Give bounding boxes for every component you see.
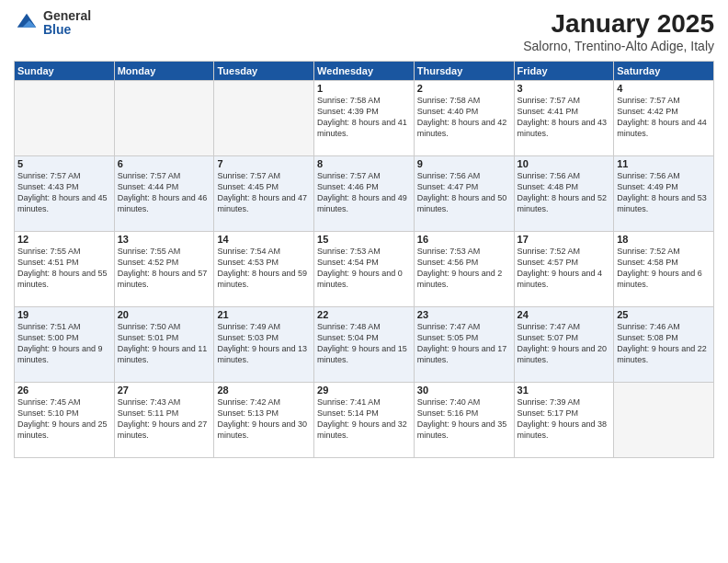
calendar-week-1: 1Sunrise: 7:58 AM Sunset: 4:39 PM Daylig… [15, 81, 714, 156]
day-number: 8 [317, 158, 411, 169]
day-number: 11 [617, 158, 711, 169]
cell-text: Sunrise: 7:46 AM Sunset: 5:08 PM Dayligh… [617, 321, 711, 366]
cell-text: Sunrise: 7:57 AM Sunset: 4:43 PM Dayligh… [17, 170, 111, 215]
cell-text: Sunrise: 7:42 AM Sunset: 5:13 PM Dayligh… [217, 396, 311, 442]
cell-text: Sunrise: 7:58 AM Sunset: 4:40 PM Dayligh… [417, 95, 511, 140]
calendar-week-2: 5Sunrise: 7:57 AM Sunset: 4:43 PM Daylig… [15, 156, 714, 232]
cell-text: Sunrise: 7:58 AM Sunset: 4:39 PM Dayligh… [317, 95, 411, 140]
header-saturday: Saturday [614, 62, 714, 81]
cell-text: Sunrise: 7:54 AM Sunset: 4:53 PM Dayligh… [217, 246, 311, 291]
calendar-week-3: 12Sunrise: 7:55 AM Sunset: 4:51 PM Dayli… [15, 232, 714, 307]
day-number: 15 [317, 234, 411, 245]
calendar-cell: 19Sunrise: 7:51 AM Sunset: 5:00 PM Dayli… [15, 307, 115, 383]
day-number: 31 [518, 385, 611, 396]
calendar-cell: 20Sunrise: 7:50 AM Sunset: 5:01 PM Dayli… [114, 307, 214, 383]
day-number: 23 [417, 309, 511, 320]
cell-text: Sunrise: 7:49 AM Sunset: 5:03 PM Dayligh… [217, 321, 311, 366]
calendar-cell [214, 81, 314, 156]
calendar-cell: 29Sunrise: 7:41 AM Sunset: 5:14 PM Dayli… [314, 383, 415, 458]
cell-text: Sunrise: 7:57 AM Sunset: 4:45 PM Dayligh… [217, 170, 311, 215]
calendar-cell: 18Sunrise: 7:52 AM Sunset: 4:58 PM Dayli… [614, 232, 714, 307]
calendar-cell: 21Sunrise: 7:49 AM Sunset: 5:03 PM Dayli… [214, 307, 314, 383]
cell-text: Sunrise: 7:52 AM Sunset: 4:57 PM Dayligh… [518, 246, 611, 291]
cell-text: Sunrise: 7:56 AM Sunset: 4:49 PM Dayligh… [617, 170, 711, 215]
calendar-cell: 9Sunrise: 7:56 AM Sunset: 4:47 PM Daylig… [414, 156, 514, 232]
day-number: 3 [518, 83, 611, 94]
calendar-cell: 2Sunrise: 7:58 AM Sunset: 4:40 PM Daylig… [414, 81, 514, 156]
logo-icon [14, 10, 40, 36]
cell-text: Sunrise: 7:57 AM Sunset: 4:46 PM Dayligh… [317, 170, 411, 215]
cell-text: Sunrise: 7:45 AM Sunset: 5:10 PM Dayligh… [17, 396, 111, 442]
day-number: 21 [217, 309, 311, 320]
cell-text: Sunrise: 7:51 AM Sunset: 5:00 PM Dayligh… [17, 321, 111, 366]
calendar-cell: 13Sunrise: 7:55 AM Sunset: 4:52 PM Dayli… [114, 232, 214, 307]
calendar-cell: 8Sunrise: 7:57 AM Sunset: 4:46 PM Daylig… [314, 156, 415, 232]
calendar-cell: 26Sunrise: 7:45 AM Sunset: 5:10 PM Dayli… [15, 383, 115, 458]
weekday-header-row: Sunday Monday Tuesday Wednesday Thursday… [15, 62, 714, 81]
calendar-cell [614, 383, 714, 458]
cell-text: Sunrise: 7:43 AM Sunset: 5:11 PM Dayligh… [118, 396, 211, 442]
calendar-cell: 1Sunrise: 7:58 AM Sunset: 4:39 PM Daylig… [314, 81, 415, 156]
page-container: General Blue January 2025 Salorno, Trent… [0, 0, 728, 463]
day-number: 26 [17, 385, 111, 396]
calendar-cell: 14Sunrise: 7:54 AM Sunset: 4:53 PM Dayli… [214, 232, 314, 307]
cell-text: Sunrise: 7:41 AM Sunset: 5:14 PM Dayligh… [317, 396, 411, 442]
cell-text: Sunrise: 7:53 AM Sunset: 4:56 PM Dayligh… [417, 246, 511, 291]
day-number: 10 [518, 158, 611, 169]
day-number: 5 [17, 158, 111, 169]
calendar-cell: 24Sunrise: 7:47 AM Sunset: 5:07 PM Dayli… [514, 307, 614, 383]
cell-text: Sunrise: 7:57 AM Sunset: 4:41 PM Dayligh… [518, 95, 611, 140]
calendar-cell: 12Sunrise: 7:55 AM Sunset: 4:51 PM Dayli… [15, 232, 115, 307]
calendar-cell: 16Sunrise: 7:53 AM Sunset: 4:56 PM Dayli… [414, 232, 514, 307]
calendar-cell: 22Sunrise: 7:48 AM Sunset: 5:04 PM Dayli… [314, 307, 415, 383]
cell-text: Sunrise: 7:56 AM Sunset: 4:47 PM Dayligh… [417, 170, 511, 215]
calendar-week-4: 19Sunrise: 7:51 AM Sunset: 5:00 PM Dayli… [15, 307, 714, 383]
header-sunday: Sunday [15, 62, 115, 81]
cell-text: Sunrise: 7:50 AM Sunset: 5:01 PM Dayligh… [118, 321, 211, 366]
header-wednesday: Wednesday [314, 62, 415, 81]
day-number: 22 [317, 309, 411, 320]
header-friday: Friday [514, 62, 614, 81]
day-number: 28 [217, 385, 311, 396]
day-number: 16 [417, 234, 511, 245]
calendar-cell: 4Sunrise: 7:57 AM Sunset: 4:42 PM Daylig… [614, 81, 714, 156]
calendar-cell: 7Sunrise: 7:57 AM Sunset: 4:45 PM Daylig… [214, 156, 314, 232]
calendar-cell [114, 81, 214, 156]
logo-general: General [43, 9, 91, 23]
day-number: 6 [118, 158, 211, 169]
cell-text: Sunrise: 7:55 AM Sunset: 4:52 PM Dayligh… [118, 246, 211, 291]
logo: General Blue [14, 9, 91, 38]
calendar-week-5: 26Sunrise: 7:45 AM Sunset: 5:10 PM Dayli… [15, 383, 714, 458]
header-monday: Monday [114, 62, 214, 81]
cell-text: Sunrise: 7:47 AM Sunset: 5:07 PM Dayligh… [518, 321, 611, 366]
day-number: 25 [617, 309, 711, 320]
header: General Blue January 2025 Salorno, Trent… [14, 9, 714, 53]
cell-text: Sunrise: 7:47 AM Sunset: 5:05 PM Dayligh… [417, 321, 511, 366]
day-number: 4 [617, 83, 711, 94]
calendar-cell [15, 81, 115, 156]
day-number: 19 [17, 309, 111, 320]
calendar-cell: 30Sunrise: 7:40 AM Sunset: 5:16 PM Dayli… [414, 383, 514, 458]
cell-text: Sunrise: 7:53 AM Sunset: 4:54 PM Dayligh… [317, 246, 411, 291]
cell-text: Sunrise: 7:39 AM Sunset: 5:17 PM Dayligh… [518, 396, 611, 442]
calendar-cell: 11Sunrise: 7:56 AM Sunset: 4:49 PM Dayli… [614, 156, 714, 232]
day-number: 29 [317, 385, 411, 396]
location-title: Salorno, Trentino-Alto Adige, Italy [523, 39, 714, 53]
cell-text: Sunrise: 7:40 AM Sunset: 5:16 PM Dayligh… [417, 396, 511, 442]
calendar-cell: 23Sunrise: 7:47 AM Sunset: 5:05 PM Dayli… [414, 307, 514, 383]
calendar: Sunday Monday Tuesday Wednesday Thursday… [14, 61, 714, 458]
cell-text: Sunrise: 7:57 AM Sunset: 4:44 PM Dayligh… [118, 170, 211, 215]
cell-text: Sunrise: 7:57 AM Sunset: 4:42 PM Dayligh… [617, 95, 711, 140]
calendar-cell: 17Sunrise: 7:52 AM Sunset: 4:57 PM Dayli… [514, 232, 614, 307]
day-number: 12 [17, 234, 111, 245]
cell-text: Sunrise: 7:56 AM Sunset: 4:48 PM Dayligh… [518, 170, 611, 215]
day-number: 18 [617, 234, 711, 245]
calendar-cell: 3Sunrise: 7:57 AM Sunset: 4:41 PM Daylig… [514, 81, 614, 156]
calendar-cell: 28Sunrise: 7:42 AM Sunset: 5:13 PM Dayli… [214, 383, 314, 458]
logo-text: General Blue [43, 9, 91, 38]
logo-blue: Blue [43, 23, 91, 37]
cell-text: Sunrise: 7:48 AM Sunset: 5:04 PM Dayligh… [317, 321, 411, 366]
calendar-cell: 31Sunrise: 7:39 AM Sunset: 5:17 PM Dayli… [514, 383, 614, 458]
calendar-cell: 5Sunrise: 7:57 AM Sunset: 4:43 PM Daylig… [15, 156, 115, 232]
day-number: 27 [118, 385, 211, 396]
